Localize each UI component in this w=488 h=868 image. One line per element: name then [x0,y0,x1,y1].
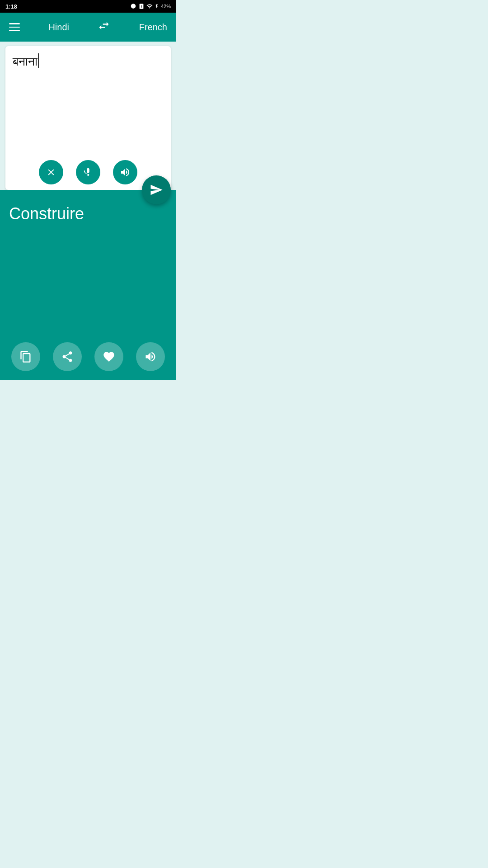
input-wrapper: बनाना [0,46,176,190]
speak-input-button[interactable] [113,160,137,184]
input-text-value: बनाना [13,53,38,70]
status-time: 1:18 [5,3,17,10]
translate-button[interactable] [142,175,171,204]
favorite-icon [103,350,115,363]
microphone-button[interactable] [76,160,100,184]
status-bar: 1:18 42% [0,0,176,13]
swap-icon [98,19,110,32]
swap-languages-button[interactable] [98,19,110,35]
output-section: Construire [0,190,176,380]
battery-text: 42% [161,4,171,9]
microphone-icon [83,167,93,177]
status-icons: 42% [130,3,171,9]
copy-button[interactable] [11,342,40,371]
sim-icon [138,3,145,9]
output-actions [9,342,167,371]
translate-send-icon [150,183,163,197]
speak-output-button[interactable] [136,342,165,371]
speak-output-icon [144,350,157,363]
input-text-display[interactable]: बनाना [13,53,164,70]
clear-icon [46,167,56,177]
source-language[interactable]: Hindi [48,22,69,33]
menu-button[interactable] [9,23,20,31]
signal-icon [146,3,153,9]
favorite-button[interactable] [94,342,123,371]
speak-input-icon [120,167,131,178]
share-icon [61,350,74,363]
text-cursor [38,53,39,68]
alarm-icon [130,3,136,9]
share-button[interactable] [53,342,82,371]
clear-button[interactable] [39,160,63,184]
input-section: बनाना [5,46,171,190]
input-actions [13,160,164,184]
output-text: Construire [9,203,167,225]
copy-icon [19,350,32,363]
target-language[interactable]: French [139,22,167,33]
top-bar: Hindi French [0,13,176,42]
charging-icon [155,3,159,9]
